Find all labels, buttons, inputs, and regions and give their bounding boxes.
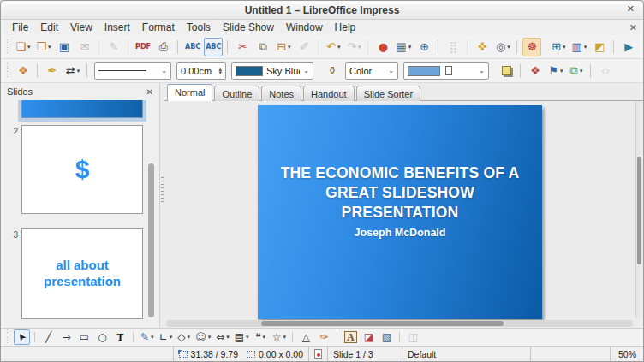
align-objects-button[interactable]: ⚑▾ [546, 62, 565, 80]
menu-window[interactable]: Window [280, 21, 329, 34]
slide-title-text[interactable]: THE ECONOMIC BENEFITS OF A GREAT SLIDESH… [270, 163, 530, 223]
slide-layout-button[interactable]: ▥▾ [569, 38, 588, 56]
glue-points-button[interactable]: ✑ [316, 329, 332, 345]
table-button[interactable]: ▦▾ [394, 38, 413, 56]
new-document-button[interactable]: ❏▾ [14, 38, 33, 56]
toolbar-grip[interactable] [5, 329, 9, 345]
edit-canvas[interactable]: THE ECONOMIC BENEFITS OF A GREAT SLIDESH… [164, 101, 643, 328]
tab-handout[interactable]: Handout [303, 86, 355, 101]
rectangle-button[interactable]: ▭ [76, 329, 92, 345]
navigator-button[interactable]: ✜ [473, 38, 492, 56]
spelling-button[interactable]: ABC [183, 38, 202, 56]
basic-shapes-button[interactable]: ◇▾ [176, 329, 192, 345]
block-arrows-button[interactable]: ⇔▾ [214, 329, 231, 345]
line-width-spinner[interactable]: 0.00cm ▴▾ [176, 62, 226, 80]
tab-slide-sorter[interactable]: Slide Sorter [356, 86, 420, 101]
menu-tools[interactable]: Tools [181, 21, 217, 34]
line-style-select[interactable]: ⌄ [94, 62, 171, 80]
menu-slide-show[interactable]: Slide Show [217, 21, 280, 34]
slides-panel-scrollbar[interactable] [148, 163, 154, 317]
menu-help[interactable]: Help [329, 21, 362, 34]
copy-button[interactable]: ⧉ [253, 38, 272, 56]
insert-media-button[interactable]: ▧ [379, 329, 395, 345]
menu-format[interactable]: Format [136, 21, 181, 34]
window-close-icon[interactable]: ✕ [627, 3, 635, 15]
arrow-button[interactable]: → [58, 329, 75, 345]
menu-insert[interactable]: Insert [98, 21, 136, 34]
edit-points-button[interactable]: △ [298, 329, 314, 345]
icon-glyph: ▶ [624, 41, 633, 52]
select-button[interactable]: ➤ [14, 329, 30, 345]
status-modified[interactable] [308, 347, 327, 361]
line-color-select[interactable]: Sky Blue ⌄ [231, 62, 313, 80]
shadow-button[interactable] [497, 62, 516, 80]
menu-file[interactable]: File [6, 21, 34, 34]
tab-notes[interactable]: Notes [261, 86, 301, 101]
slide-thumbnail-2[interactable]: $ [21, 125, 143, 214]
zoom-button[interactable]: ◎▾ [493, 38, 512, 56]
ellipse-button[interactable]: ○ [94, 329, 110, 345]
icon-glyph: ☺ [195, 332, 206, 342]
text-button[interactable]: T [112, 329, 128, 345]
tab-normal[interactable]: Normal [167, 84, 212, 101]
crop-image-button[interactable]: ❖ [526, 62, 545, 80]
icon-glyph: ☸ [528, 41, 538, 52]
arrange-button[interactable]: ⧉▾ [567, 62, 586, 80]
flowchart-button[interactable]: ▤▾ [233, 329, 251, 345]
arrow-style-button[interactable]: ⇄▾ [63, 62, 82, 80]
icon-glyph: ⊟ [277, 41, 286, 52]
title-bar[interactable]: Untitled 1 – LibreOffice Impress ✕ [1, 1, 643, 20]
menu-view[interactable]: View [64, 21, 98, 34]
auto-spellcheck-button[interactable]: ABC [204, 38, 223, 56]
status-master-style[interactable]: Default [402, 347, 530, 361]
toolbar-grip[interactable] [5, 63, 9, 79]
app-window: Untitled 1 – LibreOffice Impress ✕ FileE… [0, 0, 644, 362]
start-slideshow-button[interactable]: ▶ [619, 38, 638, 56]
slide-subtitle-text[interactable]: Joseph McDonald [258, 227, 542, 239]
fontwork-button[interactable]: A [343, 329, 359, 345]
icon-glyph: ○ [98, 332, 106, 342]
tab-outline[interactable]: Outline [214, 86, 259, 101]
area-style-select[interactable]: Color ⌄ [345, 62, 398, 80]
open-folder-button[interactable]: ❒▾ [34, 38, 53, 56]
help-button[interactable]: ☸ [522, 38, 541, 56]
line-style-sample [98, 70, 146, 71]
horizontal-scrollbar[interactable] [166, 320, 633, 327]
status-zoom[interactable]: 50% [610, 347, 643, 361]
slide-canvas[interactable]: THE ECONOMIC BENEFITS OF A GREAT SLIDESH… [258, 105, 542, 319]
menu-edit[interactable]: Edit [34, 21, 64, 34]
line-dialog-button[interactable]: ✒ [43, 62, 62, 80]
slide-thumbnail-1[interactable] [18, 100, 146, 122]
document-close-icon[interactable]: ✕ [629, 22, 637, 33]
cut-button[interactable]: ✂ [233, 38, 252, 56]
insert-image-button[interactable]: ◪ [361, 329, 377, 345]
curve-button[interactable]: ✎▾ [139, 329, 156, 345]
hyperlink-button[interactable]: ⊕ [414, 38, 433, 56]
print-button[interactable]: ⎙ [154, 38, 173, 56]
spin-down-icon[interactable]: ▾ [218, 71, 222, 74]
spinner-buttons[interactable]: ▴▾ [218, 68, 222, 74]
save-button[interactable]: ▣ [55, 38, 74, 56]
horizontal-scrollbar-thumb[interactable] [261, 321, 504, 326]
new-slide-button[interactable]: ⊞▾ [549, 38, 568, 56]
symbol-shapes-button[interactable]: ☺▾ [194, 329, 212, 345]
chart-button[interactable]: ● [373, 38, 392, 56]
vertical-scrollbar[interactable] [635, 101, 642, 318]
callouts-button[interactable]: ❝▾ [253, 329, 269, 345]
position-size-button[interactable]: ❖ [14, 62, 33, 80]
line-button[interactable]: ╱ [40, 329, 57, 345]
connector-button[interactable]: ∟▾ [158, 329, 175, 345]
slide-thumbnail-3[interactable]: all about presentation [21, 228, 143, 319]
stars-button[interactable]: ☆▾ [271, 329, 288, 345]
icon-glyph: T [116, 332, 123, 342]
export-pdf-button[interactable]: PDF [134, 38, 152, 56]
master-slide-button[interactable]: ◩ [590, 38, 609, 56]
paste-button[interactable]: ⊟▾ [274, 38, 293, 56]
vertical-scrollbar-thumb[interactable] [637, 157, 641, 264]
paint-can-icon[interactable]: ⚱ [323, 62, 342, 80]
slides-panel-close-icon[interactable]: ✕ [146, 87, 153, 97]
toolbar-grip[interactable] [5, 39, 9, 55]
splitter-handle-icon [161, 177, 164, 206]
fill-color-select[interactable]: ⌄ [403, 62, 489, 80]
undo-button[interactable]: ↶▾ [324, 38, 343, 56]
